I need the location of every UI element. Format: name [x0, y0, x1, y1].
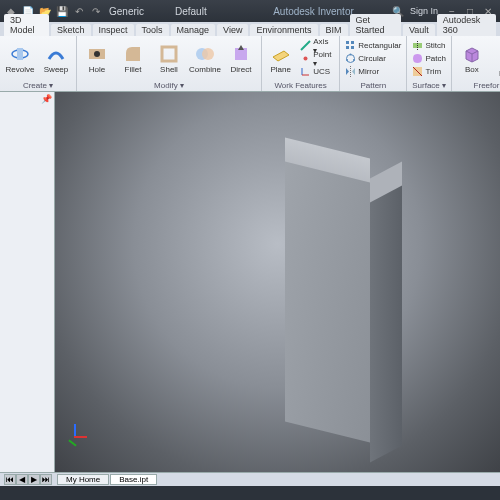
tab-inspect[interactable]: Inspect	[93, 24, 134, 36]
tab-3dmodel[interactable]: 3D Model	[4, 14, 49, 36]
box-button[interactable]: Box	[455, 42, 489, 75]
editform-label: Edit Form	[492, 62, 500, 78]
tab-prev-icon[interactable]: ◀	[16, 474, 28, 485]
trim-button[interactable]: Trim	[410, 65, 447, 78]
tab-environments[interactable]: Environments	[250, 24, 317, 36]
combine-icon	[194, 43, 216, 65]
group-create: Revolve Sweep Create ▾	[0, 36, 77, 91]
sign-in-link[interactable]: Sign In	[410, 6, 438, 16]
tab-first-icon[interactable]: ⏮	[4, 474, 16, 485]
axis-icon	[300, 40, 311, 51]
direct-label: Direct	[231, 66, 252, 74]
direct-button[interactable]: Direct	[224, 42, 258, 75]
revolve-icon	[9, 43, 31, 65]
svg-point-9	[304, 57, 308, 61]
ucs-icon	[300, 66, 311, 77]
pin-icon[interactable]: 📌	[41, 94, 52, 104]
revolve-button[interactable]: Revolve	[3, 42, 37, 75]
group-pattern-title: Pattern	[343, 80, 403, 90]
stitch-button[interactable]: Stitch	[410, 39, 447, 52]
plane-button[interactable]: Plane	[265, 42, 296, 75]
trim-icon	[412, 66, 423, 77]
app-window: ◆ 📄 📂 💾 ↶ ↷ Generic Default Autodesk Inv…	[0, 0, 500, 500]
trim-label: Trim	[425, 67, 441, 76]
group-work: Plane Axis ▾ Point ▾ UCS Work Features	[262, 36, 340, 91]
group-pattern: Rectangular Circular Mirror Pattern	[340, 36, 407, 91]
plane-icon	[270, 43, 292, 65]
viewport[interactable]	[55, 92, 500, 472]
hole-button[interactable]: Hole	[80, 42, 114, 75]
tab-next-icon[interactable]: ▶	[28, 474, 40, 485]
patch-label: Patch	[425, 54, 445, 63]
rectangular-label: Rectangular	[358, 41, 401, 50]
model-browser[interactable]: 📌	[0, 92, 55, 472]
fillet-icon	[122, 43, 144, 65]
svg-rect-13	[351, 41, 354, 44]
svg-rect-14	[346, 46, 349, 49]
tab-myhome[interactable]: My Home	[57, 474, 109, 485]
hole-icon	[86, 43, 108, 65]
save-icon[interactable]: 💾	[55, 4, 69, 18]
shell-icon	[158, 43, 180, 65]
shell-label: Shell	[160, 66, 178, 74]
group-work-title: Work Features	[265, 80, 336, 90]
box-icon	[461, 43, 483, 65]
combine-label: Combine	[189, 66, 221, 74]
redo-icon[interactable]: ↷	[89, 4, 103, 18]
point-icon	[300, 53, 311, 64]
box-label: Box	[465, 66, 479, 74]
group-freeform: Box Edit Form Freeform	[452, 36, 500, 91]
undo-icon[interactable]: ↶	[72, 4, 86, 18]
editform-button[interactable]: Edit Form	[491, 38, 500, 79]
tab-vault[interactable]: Vault	[403, 24, 435, 36]
group-create-title: Create ▾	[3, 80, 73, 90]
circular-icon	[345, 53, 356, 64]
sweep-icon	[45, 43, 67, 65]
group-freeform-title: Freeform	[455, 80, 500, 90]
ribbon-tabs: 3D Model Sketch Inspect Tools Manage Vie…	[0, 22, 500, 36]
tab-sketch[interactable]: Sketch	[51, 24, 91, 36]
svg-rect-1	[17, 48, 23, 60]
tab-a360[interactable]: Autodesk 360	[437, 14, 496, 36]
rectangular-button[interactable]: Rectangular	[343, 39, 403, 52]
block-face-right	[370, 185, 402, 462]
fillet-label: Fillet	[125, 66, 142, 74]
svg-rect-4	[162, 47, 176, 61]
axis-x-icon	[74, 436, 87, 438]
tab-document[interactable]: Base.ipt	[110, 474, 157, 485]
material-dropdown[interactable]: Generic	[109, 6, 169, 17]
tab-manage[interactable]: Manage	[171, 24, 216, 36]
tab-getstarted[interactable]: Get Started	[350, 14, 401, 36]
workspace: 📌	[0, 92, 500, 472]
point-button[interactable]: Point ▾	[298, 52, 336, 65]
appearance-dropdown[interactable]: Default	[175, 6, 235, 17]
group-surface-title: Surface ▾	[410, 80, 447, 90]
svg-rect-15	[351, 46, 354, 49]
tab-tools[interactable]: Tools	[136, 24, 169, 36]
mirror-icon	[345, 66, 356, 77]
orientation-triad[interactable]	[63, 424, 87, 448]
group-modify: Hole Fillet Shell Combine Direct	[77, 36, 262, 91]
mirror-button[interactable]: Mirror	[343, 65, 403, 78]
fillet-button[interactable]: Fillet	[116, 42, 150, 75]
combine-button[interactable]: Combine	[188, 42, 222, 75]
tab-last-icon[interactable]: ⏭	[40, 474, 52, 485]
patch-button[interactable]: Patch	[410, 52, 447, 65]
stitch-label: Stitch	[425, 41, 445, 50]
tab-nav: ⏮ ◀ ▶ ⏭	[4, 474, 52, 485]
svg-line-8	[301, 41, 310, 50]
ribbon: Revolve Sweep Create ▾ Hole Fillet	[0, 36, 500, 92]
tab-bim[interactable]: BIM	[320, 24, 348, 36]
ucs-label: UCS	[313, 67, 330, 76]
circular-button[interactable]: Circular	[343, 52, 403, 65]
svg-rect-12	[346, 41, 349, 44]
sweep-button[interactable]: Sweep	[39, 42, 73, 75]
mirror-label: Mirror	[358, 67, 379, 76]
svg-point-18	[353, 59, 355, 61]
group-modify-title: Modify ▾	[80, 80, 258, 90]
svg-point-17	[350, 54, 352, 56]
shell-button[interactable]: Shell	[152, 42, 186, 75]
tab-view[interactable]: View	[217, 24, 248, 36]
ucs-button[interactable]: UCS	[298, 65, 336, 78]
svg-point-3	[94, 51, 100, 57]
